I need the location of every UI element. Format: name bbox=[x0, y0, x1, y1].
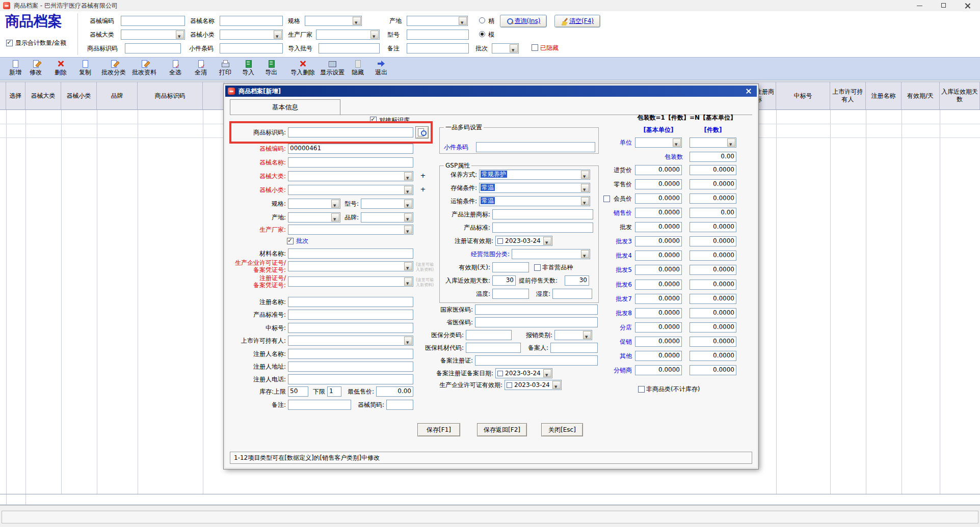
text-input[interactable]: 0.0000 bbox=[690, 179, 736, 189]
fuzzy-radio[interactable] bbox=[479, 31, 485, 37]
table-column-商品标识码[interactable]: 商品标识码 bbox=[138, 82, 203, 109]
save-return-button[interactable]: 保存返回[F2] bbox=[477, 423, 527, 436]
filter-origin-combo[interactable] bbox=[407, 16, 468, 26]
save-button[interactable]: 保存[F1] bbox=[417, 423, 460, 436]
close-dialog-button[interactable]: 关闭[Esc] bbox=[541, 423, 583, 436]
date-checkbox[interactable] bbox=[507, 382, 512, 388]
text-input[interactable]: 0.0000 bbox=[690, 265, 736, 275]
dropdown[interactable] bbox=[288, 261, 413, 271]
text-input[interactable]: 0.00 bbox=[690, 152, 736, 162]
filter-category-combo[interactable] bbox=[121, 30, 185, 40]
dropdown[interactable]: 常温 bbox=[479, 183, 590, 193]
date-checkbox[interactable] bbox=[497, 238, 503, 244]
toolbar-item-4[interactable]: 复制 bbox=[69, 60, 101, 76]
chevron-down-icon[interactable] bbox=[552, 381, 561, 389]
table-column-empty[interactable] bbox=[203, 82, 224, 109]
dropdown[interactable] bbox=[288, 225, 413, 235]
table-column-有效期/天[interactable]: 有效期/天 bbox=[902, 82, 940, 109]
text-input[interactable]: 0.0000 bbox=[635, 351, 682, 361]
text-input[interactable] bbox=[288, 374, 413, 384]
chevron-down-icon[interactable] bbox=[370, 31, 379, 39]
chevron-down-icon[interactable] bbox=[353, 17, 361, 25]
table-column-品牌[interactable]: 品牌 bbox=[97, 82, 138, 109]
dropdown[interactable]: 常规养护 bbox=[479, 170, 590, 180]
toolbar-item-15[interactable]: 退出 bbox=[365, 60, 398, 76]
text-input[interactable]: 0.0000 bbox=[635, 365, 682, 375]
text-input[interactable]: 0.0000 bbox=[690, 193, 736, 204]
text-input[interactable]: 0.00 bbox=[690, 208, 736, 218]
filter-spec-combo[interactable] bbox=[305, 16, 362, 26]
table-column-选择[interactable]: 选择 bbox=[6, 82, 25, 109]
dropdown[interactable] bbox=[288, 199, 340, 209]
text-input[interactable] bbox=[475, 304, 598, 315]
text-input[interactable]: 0.0000 bbox=[635, 193, 682, 204]
filter-product-code-input[interactable] bbox=[125, 43, 181, 53]
chevron-down-icon[interactable] bbox=[274, 31, 282, 39]
text-input[interactable]: 0.0000 bbox=[690, 222, 736, 232]
text-input[interactable] bbox=[492, 289, 529, 299]
filter-small-barcode-input[interactable] bbox=[220, 43, 283, 53]
dropdown[interactable] bbox=[512, 249, 590, 259]
clear-button[interactable]: 清空(F4) bbox=[554, 15, 600, 27]
text-input[interactable]: 0.0000 bbox=[635, 236, 682, 246]
filter-batch-combo[interactable] bbox=[492, 43, 519, 53]
chevron-down-icon[interactable] bbox=[673, 138, 681, 147]
filter-device-code-input[interactable] bbox=[121, 16, 185, 26]
text-input[interactable] bbox=[475, 317, 598, 327]
chevron-down-icon[interactable] bbox=[176, 31, 184, 39]
query-button[interactable]: 查询(Ins) bbox=[500, 15, 547, 27]
chevron-down-icon[interactable] bbox=[581, 197, 589, 205]
text-input[interactable]: 0.0000 bbox=[635, 222, 682, 232]
text-input[interactable]: 0.0000 bbox=[690, 365, 736, 375]
text-input[interactable]: 0.0000 bbox=[635, 251, 682, 261]
date-checkbox[interactable] bbox=[497, 371, 503, 376]
text-input[interactable] bbox=[466, 343, 521, 353]
text-input[interactable]: 0.0000 bbox=[635, 208, 682, 218]
text-input[interactable]: 0.0000 bbox=[690, 236, 736, 246]
maximize-button[interactable] bbox=[933, 0, 956, 11]
table-column-注册名称[interactable]: 注册名称 bbox=[866, 82, 902, 109]
show-total-checkbox[interactable] bbox=[6, 40, 13, 46]
text-input[interactable]: 0.0000 bbox=[690, 322, 736, 332]
text-input[interactable]: 0.0000 bbox=[635, 322, 682, 332]
date-picker[interactable]: 2023-03-24 bbox=[505, 380, 562, 390]
table-column-入库近效期天数[interactable]: 入库近效期天数 bbox=[940, 82, 980, 109]
text-input[interactable] bbox=[288, 157, 413, 168]
text-input[interactable] bbox=[288, 400, 351, 410]
dropdown[interactable]: 常温 bbox=[479, 196, 590, 206]
text-input[interactable] bbox=[492, 209, 593, 219]
text-input[interactable]: 0.0000 bbox=[635, 294, 682, 304]
text-input[interactable] bbox=[288, 127, 413, 137]
text-input[interactable]: 0.0000 bbox=[690, 294, 736, 304]
hidden-checkbox[interactable] bbox=[532, 44, 538, 51]
toolbar-item-6[interactable]: 批改资料 bbox=[128, 60, 161, 76]
text-input[interactable] bbox=[466, 330, 512, 340]
dropdown[interactable] bbox=[288, 276, 413, 287]
text-input[interactable]: 00000461 bbox=[288, 144, 413, 154]
table-column-中标号[interactable]: 中标号 bbox=[776, 82, 830, 109]
dropdown[interactable] bbox=[288, 212, 340, 223]
text-input[interactable] bbox=[476, 142, 595, 152]
chevron-down-icon[interactable] bbox=[543, 237, 551, 245]
batch-checkbox[interactable] bbox=[287, 238, 294, 244]
chevron-down-icon[interactable] bbox=[543, 369, 551, 377]
table-column-器械小类[interactable]: 器械小类 bbox=[61, 82, 97, 109]
text-input[interactable]: 0.0000 bbox=[635, 179, 682, 189]
text-input[interactable]: 0.0000 bbox=[635, 337, 682, 347]
text-input[interactable]: 0.0000 bbox=[690, 337, 736, 347]
table-column-器械大类[interactable]: 器械大类 bbox=[25, 82, 61, 109]
text-input[interactable]: 0.0000 bbox=[635, 165, 682, 175]
text-input[interactable]: 0.0000 bbox=[635, 265, 682, 275]
text-input[interactable]: 1 bbox=[327, 386, 341, 397]
text-input[interactable] bbox=[386, 400, 413, 410]
table-column-上市许可持有人[interactable]: 上市许可持有人 bbox=[830, 82, 866, 109]
toolbar-item-11[interactable]: 导出 bbox=[255, 60, 287, 76]
date-picker[interactable]: 2023-03-24 bbox=[495, 236, 552, 246]
lookup-button[interactable] bbox=[415, 126, 429, 138]
filter-device-name-input[interactable] bbox=[220, 16, 283, 26]
text-input[interactable]: 0.0000 bbox=[690, 165, 736, 175]
minimize-button[interactable] bbox=[908, 0, 931, 11]
non-product-checkbox[interactable] bbox=[638, 386, 645, 393]
precise-radio[interactable] bbox=[479, 17, 485, 23]
toolbar-item-12[interactable]: 导入删除 bbox=[286, 60, 319, 76]
